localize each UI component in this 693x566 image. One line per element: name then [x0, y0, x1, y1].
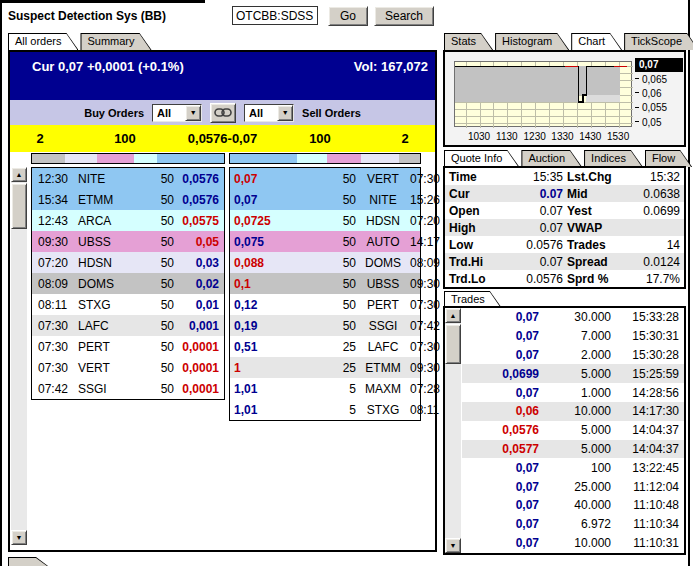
order-size: 50 — [294, 277, 356, 291]
tab-label: Quote Info — [451, 152, 502, 164]
tab-histogram[interactable]: Histogram — [495, 33, 569, 50]
order-time: 07:42 — [38, 382, 78, 396]
buy-order-row[interactable]: 15:34ETMM500,0576 — [32, 189, 224, 210]
ask-price: 1 — [234, 361, 294, 375]
tab-tickscope[interactable]: TickScope — [624, 33, 693, 50]
tab-label: Flow — [652, 152, 675, 164]
trade-time: 14:17:30 — [611, 404, 679, 418]
trades-scrollbar[interactable]: ▲ ▼ — [445, 308, 461, 553]
bottom-partial-tab[interactable] — [8, 557, 48, 566]
scroll-up-icon[interactable]: ▲ — [11, 167, 27, 182]
trade-size: 30.000 — [539, 310, 611, 324]
tab-indices[interactable]: Indices — [584, 150, 643, 167]
sell-order-row[interactable]: 1,015STXG08:11 — [230, 399, 420, 420]
market-maker: LAFC — [356, 340, 410, 354]
bid-price: 0,001 — [174, 319, 219, 333]
buy-order-row[interactable]: 09:30UBSS500,05 — [32, 231, 224, 252]
tick-text: 0,06 — [642, 88, 661, 99]
instrument-title: Suspect Detection Sys (BB) — [8, 9, 166, 23]
sell-order-row[interactable]: 0,5125LAFC07:30 — [230, 336, 420, 357]
buy-order-row[interactable]: 12:43ARCA500,0575 — [32, 210, 224, 231]
tick-dash — [635, 78, 639, 79]
sell-order-row[interactable]: 0,072550HDSN07:20 — [230, 210, 420, 231]
market-maker: AUTO — [356, 235, 410, 249]
trade-row[interactable]: 0,0740.00011:10:48 — [462, 496, 684, 515]
trade-row[interactable]: 0,0730.00015:33:28 — [462, 308, 684, 327]
trade-size: 7.000 — [539, 329, 611, 343]
scroll-down-icon[interactable]: ▼ — [11, 530, 27, 545]
go-button[interactable]: Go — [328, 6, 368, 26]
order-size: 50 — [130, 319, 174, 333]
order-size: 50 — [294, 256, 356, 270]
scrollbar-thumb[interactable] — [11, 183, 27, 229]
sell-order-row[interactable]: 125ETMM09:30 — [230, 357, 420, 378]
sell-filter-select[interactable]: All ▼ — [244, 104, 294, 122]
market-maker: ETMM — [78, 193, 130, 207]
trade-row[interactable]: 0,05775.00014:04:37 — [462, 440, 684, 459]
tab-quote-info[interactable]: Quote Info — [444, 150, 519, 167]
scrollbar-thumb[interactable] — [445, 324, 461, 364]
buy-order-row[interactable]: 08:11STXG500,01 — [32, 294, 224, 315]
trade-row[interactable]: 0,06995.00015:25:59 — [462, 364, 684, 383]
buy-order-row[interactable]: 12:30NITE500,0576 — [32, 168, 224, 189]
dropdown-arrow-icon[interactable]: ▼ — [277, 105, 293, 121]
search-button[interactable]: Search — [374, 6, 434, 26]
sell-order-row[interactable]: 1,015MAXM07:28 — [230, 378, 420, 399]
order-size: 50 — [130, 214, 174, 228]
dropdown-arrow-icon[interactable]: ▼ — [185, 105, 201, 121]
scroll-down-icon[interactable]: ▼ — [445, 538, 461, 553]
order-size: 50 — [130, 298, 174, 312]
sell-order-row[interactable]: 0,1950SSGI07:42 — [230, 315, 420, 336]
trade-row[interactable]: 0,0610.00014:17:30 — [462, 402, 684, 421]
tab-summary[interactable]: Summary — [80, 33, 151, 50]
buy-order-row[interactable]: 07:30PERT500,0001 — [32, 336, 224, 357]
trade-price: 0,07 — [467, 310, 539, 324]
buy-order-row[interactable]: 07:30VERT500,0001 — [32, 357, 224, 378]
tab-auction[interactable]: Auction — [521, 150, 582, 167]
sell-order-row[interactable]: 0,08850DOMS08:09 — [230, 252, 420, 273]
order-time: 15:26 — [410, 193, 440, 207]
sell-order-row[interactable]: 0,150UBSS09:30 — [230, 273, 420, 294]
ask-price: 0,07 — [234, 172, 294, 186]
trade-price: 0,07 — [467, 461, 539, 475]
tab-label: Chart — [578, 35, 605, 47]
market-maker: NITE — [78, 172, 130, 186]
trade-row[interactable]: 0,076.97211:10:34 — [462, 515, 684, 534]
order-size: 50 — [130, 277, 174, 291]
trade-row[interactable]: 0,0725.00011:12:04 — [462, 477, 684, 496]
quote-tabs: Quote InfoAuctionIndicesFlow — [444, 150, 692, 167]
buy-order-row[interactable]: 08:09DOMS500,02 — [32, 273, 224, 294]
buy-order-row[interactable]: 07:30LAFC500,001 — [32, 315, 224, 336]
trade-row[interactable]: 0,071.00014:28:56 — [462, 383, 684, 402]
trade-row[interactable]: 0,0710.00011:10:31 — [462, 534, 684, 553]
trade-row[interactable]: 0,0710013:22:45 — [462, 458, 684, 477]
sell-order-row[interactable]: 0,1250PERT07:30 — [230, 294, 420, 315]
scroll-up-icon[interactable]: ▲ — [445, 308, 461, 323]
order-time: 07:30 — [38, 340, 78, 354]
x-axis-tick-label: 1230 — [521, 131, 549, 142]
tab-chart[interactable]: Chart — [571, 33, 622, 50]
bid-price: 0,0576 — [174, 193, 219, 207]
link-filters-button[interactable] — [210, 103, 236, 123]
tab-flow[interactable]: Flow — [645, 150, 692, 167]
ask-price: 0,51 — [234, 340, 294, 354]
buy-order-row[interactable]: 07:42SSGI500,0001 — [32, 378, 224, 399]
order-time: 09:30 — [410, 361, 440, 375]
trade-price: 0,07 — [467, 517, 539, 531]
sell-order-row[interactable]: 0,0750NITE15:26 — [230, 189, 420, 210]
symbol-input[interactable] — [232, 6, 318, 25]
trade-row[interactable]: 0,077.00015:30:31 — [462, 327, 684, 346]
chart-panel: 1030113012301330143015300,070,0650,060,0… — [443, 50, 686, 147]
trade-row[interactable]: 0,05765.00014:04:37 — [462, 421, 684, 440]
tab-all-orders[interactable]: All orders — [8, 33, 78, 50]
sell-order-row[interactable]: 0,0750VERT07:30 — [230, 168, 420, 189]
trade-row[interactable]: 0,072.00015:30:28 — [462, 346, 684, 365]
tab-stats[interactable]: Stats — [444, 33, 493, 50]
sell-order-row[interactable]: 0,07550AUTO14:17 — [230, 231, 420, 252]
order-size: 50 — [294, 214, 356, 228]
buy-order-row[interactable]: 07:20HDSN500,03 — [32, 252, 224, 273]
buy-filter-select[interactable]: All ▼ — [152, 104, 202, 122]
chart-axis-labels: 1030113012301330143015300,070,0650,060,0… — [445, 52, 684, 145]
order-size: 50 — [130, 382, 174, 396]
orderbook-scrollbar[interactable]: ▲ ▼ — [11, 167, 27, 545]
